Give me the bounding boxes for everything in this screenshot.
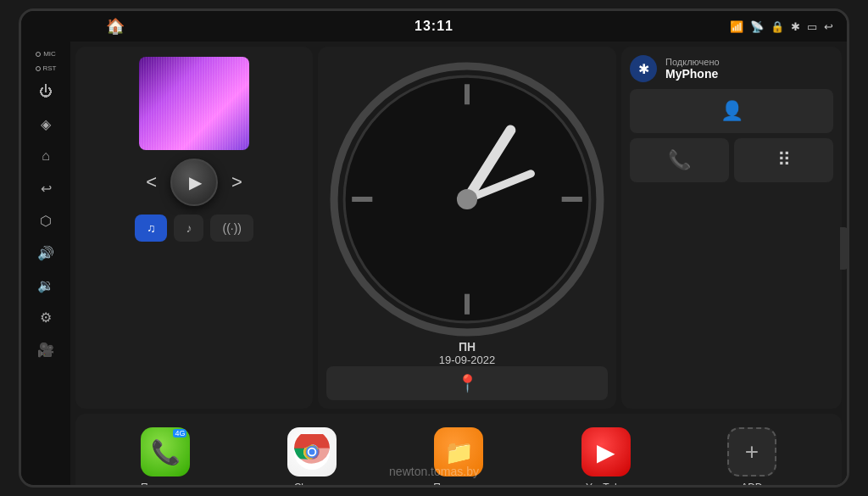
4g-badge: 4G [173,429,186,437]
analog-clock [326,59,608,340]
right-edge-handle[interactable] [840,227,847,270]
media-controls: < ▶ > [86,159,303,206]
signal-icon: 📶 [730,20,743,33]
sidebar-btn-camera[interactable]: 🎥 [31,335,61,364]
status-time: 13:11 [415,19,453,34]
sidebar-btn-settings[interactable]: ⚙ [31,303,61,332]
sidebar-btn-back[interactable]: ↩ [31,174,61,203]
status-icons: 📶 📡 🔒 ✱ ▭ ↩ [730,20,833,33]
clock-date: ПН 19-09-2022 [439,340,496,366]
app-label-youtube: YouTube [586,482,626,485]
app-icon-chrome [287,427,337,476]
lock-icon: 🔒 [771,20,784,33]
app-label-files: Проводник [433,482,484,485]
play-icon: ▶ [189,172,202,192]
media-mode-download[interactable]: ♪ [174,215,203,242]
bt-actions: 👤 📞 ⠿ [630,89,833,182]
sidebar-btn-home[interactable]: ⌂ [31,142,61,170]
youtube-app-icon: ▶ [597,438,615,466]
location-button[interactable]: 📍 [326,366,608,400]
rst-label: RST [36,63,57,74]
sidebar-btn-export[interactable]: ⬡ [31,206,61,235]
clock-day: ПН [439,340,496,354]
add-app-icon: + [745,438,759,465]
content-area: < ▶ > ♫ ♪ ((·)) [70,42,847,485]
back-icon[interactable]: ↩ [824,20,833,33]
media-panel: < ▶ > ♫ ♪ ((·)) [75,47,313,409]
call-icon: 📞 [668,149,691,171]
sidebar-btn-vol-up[interactable]: 🔊 [31,238,61,267]
app-item-chrome[interactable]: Chrome [287,427,337,485]
device-frame: 🏠 13:11 📶 📡 🔒 ✱ ▭ ↩ MIC RST ⏻ ◈ ⌂ ↩ ⬡ [19,8,849,488]
app-icon-add: + [727,427,776,476]
sidebar-btn-vol-down[interactable]: 🔉 [31,270,61,299]
home-nav-icon[interactable]: 🏠 [106,17,125,36]
media-mode-music[interactable]: ♫ [135,215,168,242]
app-icon-call: 📞 4G [141,427,190,476]
sidebar-btn-power[interactable]: ⏻ [31,77,61,106]
app-icon-files: 📁 [434,427,483,476]
chrome-svg-icon [294,434,330,470]
status-bar: 🏠 13:11 📶 📡 🔒 ✱ ▭ ↩ [21,11,847,42]
app-label-add: ADD [741,482,762,485]
bt-dialpad-button[interactable]: ⠿ [734,138,833,182]
contacts-icon: 👤 [721,100,743,122]
wifi-icon: 📡 [750,20,764,33]
media-mode-buttons: ♫ ♪ ((·)) [86,215,303,242]
prev-button[interactable]: < [146,171,157,193]
screen-icon: ▭ [807,20,817,33]
bluetooth-panel: ✱ Подключено MyPhone 👤 📞 [621,47,842,409]
app-label-call: Позвонить [141,482,191,485]
location-icon: 📍 [457,373,478,393]
app-item-call[interactable]: 📞 4G Позвонить [141,427,191,485]
media-mode-radio[interactable]: ((·)) [210,215,253,242]
next-button[interactable]: > [231,171,242,193]
app-item-youtube[interactable]: ▶ YouTube [581,427,631,485]
app-label-chrome: Chrome [294,482,331,485]
app-item-add[interactable]: + ADD [727,427,776,485]
clock-date-str: 19-09-2022 [439,354,496,366]
bt-call-row: 📞 ⠿ [630,138,833,182]
bt-call-button[interactable]: 📞 [630,138,729,182]
apps-row: 📞 4G Позвонить [75,414,842,485]
bluetooth-status-icon: ✱ [791,20,800,33]
svg-point-8 [457,189,477,209]
mic-label: MIC [36,48,56,59]
main-layout: MIC RST ⏻ ◈ ⌂ ↩ ⬡ 🔊 🔉 ⚙ 🎥 [21,42,847,485]
mic-dot [36,52,41,57]
play-button[interactable]: ▶ [170,159,218,206]
sidebar-btn-cube[interactable]: ◈ [31,109,61,138]
svg-point-13 [309,449,315,455]
bt-device-name: MyPhone [665,67,833,81]
bt-contacts-button[interactable]: 👤 [630,89,833,133]
bt-status: Подключено [665,57,833,67]
rst-dot [36,66,41,71]
bt-info: Подключено MyPhone [665,57,833,81]
app-item-files[interactable]: 📁 Проводник [433,427,484,485]
album-art [139,57,249,150]
left-sidebar: MIC RST ⏻ ◈ ⌂ ↩ ⬡ 🔊 🔉 ⚙ 🎥 [21,42,70,485]
call-app-icon: 📞 [151,438,181,466]
album-art-visual [139,57,249,150]
files-app-icon: 📁 [444,438,474,466]
top-row: < ▶ > ♫ ♪ ((·)) [75,47,842,409]
dialpad-icon: ⠿ [777,149,791,171]
clock-panel: ПН 19-09-2022 📍 [318,47,616,409]
bt-header: ✱ Подключено MyPhone [630,55,833,82]
app-icon-youtube: ▶ [581,427,631,476]
bluetooth-icon: ✱ [630,55,657,82]
